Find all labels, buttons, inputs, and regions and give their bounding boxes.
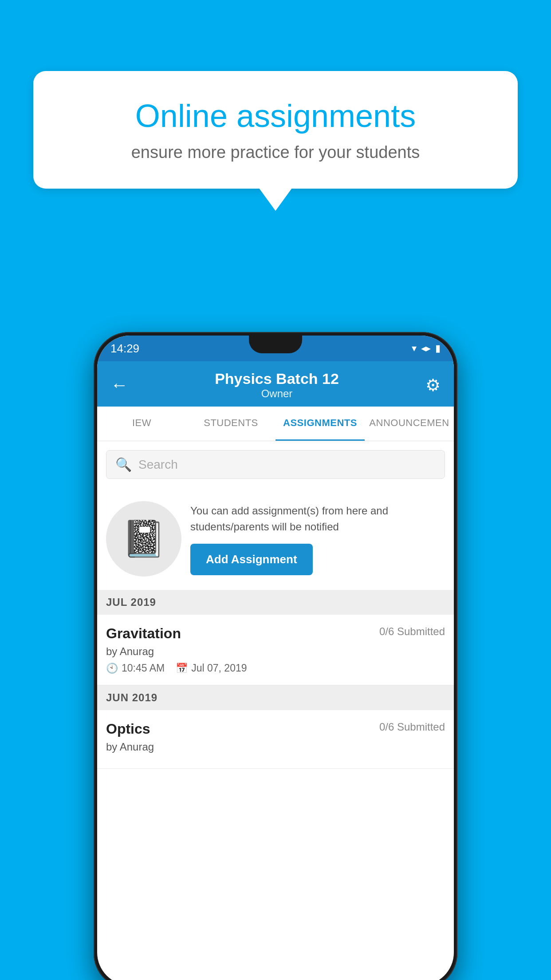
bubble-title: Online assignments [64,98,487,134]
assignment-title-gravitation: Gravitation [106,625,181,642]
month-header-jun: JUN 2019 [97,685,454,710]
header-subtitle: Owner [215,387,339,400]
status-time: 14:29 [110,342,139,356]
bubble-subtitle: ensure more practice for your students [64,143,487,162]
notebook-icon-container: 📓 [106,501,181,577]
assignment-status-gravitation: 0/6 Submitted [379,625,445,638]
battery-icon: ▮ [435,343,441,354]
search-placeholder: Search [138,458,178,472]
back-button[interactable]: ← [110,375,128,395]
header-center: Physics Batch 12 Owner [215,370,339,400]
calendar-icon: 📅 [176,663,188,674]
status-bar: 14:29 ▾ ◂▸ ▮ [97,336,454,361]
assignment-date-gravitation: 📅 Jul 07, 2019 [176,662,247,674]
speech-bubble: Online assignments ensure more practice … [33,71,518,189]
tab-assignments[interactable]: ASSIGNMENTS [276,407,365,441]
info-description: You can add assignment(s) from here and … [190,503,445,535]
notebook-icon: 📓 [122,518,166,560]
settings-icon[interactable]: ⚙ [425,375,441,395]
info-text-block: You can add assignment(s) from here and … [190,503,445,575]
notch [249,336,302,353]
tab-announcements[interactable]: ANNOUNCEMEN [365,407,454,441]
status-icons: ▾ ◂▸ ▮ [412,343,441,354]
search-container: 🔍 Search [97,441,454,488]
header-title: Physics Batch 12 [215,370,339,387]
assignment-top-row: Gravitation 0/6 Submitted [106,625,445,642]
month-header-jul: JUL 2019 [97,590,454,615]
signal-icon: ◂▸ [421,343,431,354]
speech-bubble-container: Online assignments ensure more practice … [33,71,518,189]
add-assignment-button[interactable]: Add Assignment [190,544,313,575]
phone-frame: 14:29 ▾ ◂▸ ▮ ← Physics Batch 12 Owner ⚙ … [94,332,457,980]
assignment-meta-gravitation: 🕙 10:45 AM 📅 Jul 07, 2019 [106,662,445,674]
date-value-gravitation: Jul 07, 2019 [191,662,247,674]
search-icon: 🔍 [115,457,132,472]
wifi-icon: ▾ [412,343,417,354]
month-label-jun: JUN 2019 [106,692,157,703]
info-section: 📓 You can add assignment(s) from here an… [97,488,454,590]
assignment-author-optics: by Anurag [106,741,445,753]
assignment-title-optics: Optics [106,721,150,737]
clock-icon: 🕙 [106,663,118,674]
phone-inner: 14:29 ▾ ◂▸ ▮ ← Physics Batch 12 Owner ⚙ … [97,336,454,980]
assignment-item-optics[interactable]: Optics 0/6 Submitted by Anurag [97,710,454,769]
assignment-author-gravitation: by Anurag [106,645,445,658]
tab-iew[interactable]: IEW [97,407,186,441]
app-header: ← Physics Batch 12 Owner ⚙ [97,361,454,407]
assignment-status-optics: 0/6 Submitted [379,721,445,733]
assignment-top-row-optics: Optics 0/6 Submitted [106,721,445,737]
month-label-jul: JUL 2019 [106,596,156,608]
tab-students[interactable]: STUDENTS [186,407,276,441]
time-value-gravitation: 10:45 AM [122,662,165,674]
search-bar[interactable]: 🔍 Search [106,450,445,479]
assignment-time-gravitation: 🕙 10:45 AM [106,662,165,674]
tabs-container: IEW STUDENTS ASSIGNMENTS ANNOUNCEMEN [97,407,454,441]
assignment-item-gravitation[interactable]: Gravitation 0/6 Submitted by Anurag 🕙 10… [97,615,454,685]
